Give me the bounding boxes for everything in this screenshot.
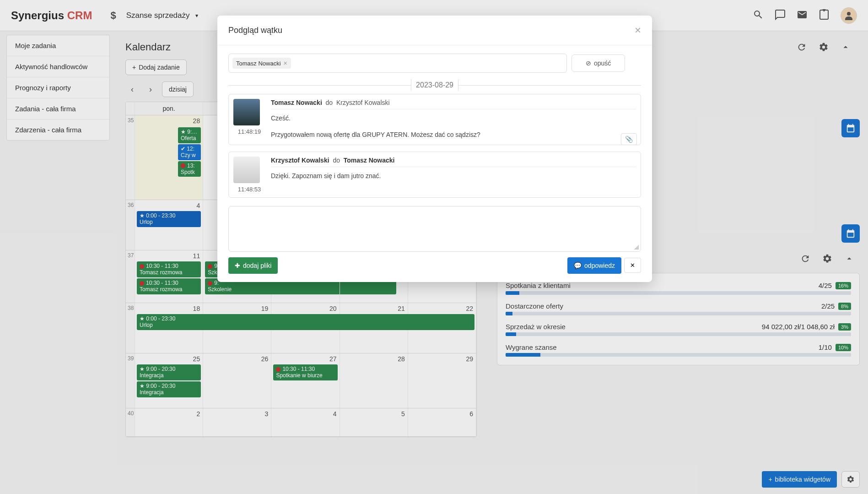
plus-icon: ✚ [235, 262, 240, 269]
attachment-icon[interactable]: 📎 [621, 133, 637, 145]
recipient-chips[interactable]: Tomasz Nowacki× [228, 54, 567, 73]
avatar [233, 99, 260, 125]
add-files-button[interactable]: ✚dodaj pliki [228, 257, 278, 274]
avatar [233, 157, 260, 183]
message: 11:48:53 Krzysztof Kowalski do Tomasz No… [228, 152, 641, 198]
comment-icon: 💬 [574, 262, 582, 269]
message-time: 11:48:53 [233, 186, 265, 193]
leave-button[interactable]: ⊘opuść [571, 54, 625, 72]
cancel-compose-button[interactable]: ✕ [624, 258, 641, 273]
cancel-icon: ⊘ [586, 60, 591, 67]
date-divider: 2023-08-29 [228, 81, 641, 89]
reply-button[interactable]: 💬odpowiedz [567, 257, 621, 274]
thread-modal: Podgląd wątku × Tomasz Nowacki× ⊘opuść 2… [217, 16, 652, 282]
chip-remove-icon[interactable]: × [284, 60, 287, 67]
compose-textarea[interactable] [228, 206, 641, 252]
close-icon[interactable]: × [635, 24, 641, 37]
chip[interactable]: Tomasz Nowacki× [232, 58, 291, 69]
modal-title: Podgląd wątku [228, 26, 282, 35]
message: 11:48:19 Tomasz Nowacki do Krzysztof Kow… [228, 94, 641, 145]
message-time: 11:48:19 [233, 128, 265, 135]
